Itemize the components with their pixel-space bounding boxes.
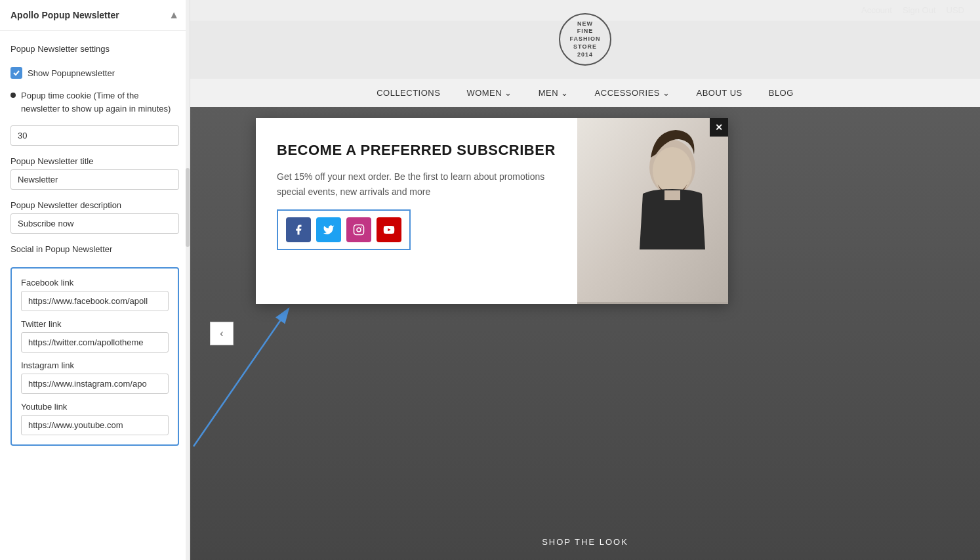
bullet-icon: [10, 93, 16, 98]
youtube-label: Youtube link: [21, 402, 169, 412]
popup-title-input[interactable]: [10, 169, 179, 190]
carousel-prev-button[interactable]: ‹: [210, 322, 234, 345]
svg-point-6: [653, 147, 692, 194]
nav-accessories[interactable]: ACCESSORIES ⌄: [595, 88, 670, 98]
popup-title-label: Popup Newsletter title: [10, 156, 179, 166]
nav-about[interactable]: ABOUT US: [697, 88, 743, 98]
social-section: Facebook link Twitter link Instagram lin…: [10, 267, 179, 446]
show-popup-row: Show Popupnewsletter: [10, 67, 179, 79]
youtube-field: Youtube link: [21, 402, 169, 435]
popup-desc-field: Popup Newsletter description: [10, 200, 179, 234]
settings-section-title: Popup Newsletter settings: [10, 44, 179, 54]
facebook-label: Facebook link: [21, 278, 169, 288]
popup-modal: BECOME A PREFERRED SUBSCRIBER Get 15% of…: [256, 118, 728, 304]
popup-description: Get 15% off your next order. Be the firs…: [277, 169, 556, 199]
popup-youtube-icon[interactable]: [377, 217, 401, 242]
popup-twitter-icon[interactable]: [316, 217, 341, 242]
instagram-field: Instagram link: [21, 360, 169, 394]
collapse-icon[interactable]: ▲: [169, 9, 179, 21]
store-header: NEWFINEFASHIONSTORE2014: [190, 0, 980, 79]
shop-the-look-label: SHOP THE LOOK: [542, 537, 628, 547]
cookie-section: Popup time cookie (Time of the newslette…: [10, 89, 179, 115]
nav-collections[interactable]: COLLECTIONS: [377, 88, 440, 98]
popup-image: [577, 118, 728, 304]
svg-rect-7: [664, 190, 680, 200]
twitter-label: Twitter link: [21, 319, 169, 329]
popup-title-field: Popup Newsletter title: [10, 156, 179, 190]
popup-desc-input[interactable]: [10, 213, 179, 234]
sidebar: Apollo Popup Newsletter ▲ Popup Newslett…: [0, 0, 190, 560]
popup-close-button[interactable]: ✕: [710, 118, 728, 137]
nav-women[interactable]: WOMEN ⌄: [466, 88, 512, 98]
svg-point-1: [357, 228, 361, 232]
store-nav: COLLECTIONS WOMEN ⌄ MEN ⌄ ACCESSORIES ⌄ …: [190, 79, 980, 107]
popup-content: BECOME A PREFERRED SUBSCRIBER Get 15% of…: [256, 118, 577, 304]
popup-title: BECOME A PREFERRED SUBSCRIBER: [277, 142, 556, 159]
sidebar-title: Apollo Popup Newsletter: [10, 10, 119, 20]
subscriber-image: [577, 118, 728, 304]
scrollbar-track: [186, 0, 190, 560]
twitter-input[interactable]: [21, 332, 169, 353]
popup-instagram-icon[interactable]: [346, 217, 371, 242]
social-section-title: Social in Popup Newsletter: [10, 244, 179, 254]
popup-facebook-icon[interactable]: [286, 217, 311, 242]
popup-desc-label: Popup Newsletter description: [10, 200, 179, 210]
svg-point-2: [361, 226, 362, 228]
facebook-input[interactable]: [21, 291, 169, 311]
cookie-input[interactable]: [10, 125, 179, 146]
cookie-label: Popup time cookie (Time of the newslette…: [21, 89, 179, 115]
nav-men[interactable]: MEN ⌄: [539, 88, 569, 98]
scrollbar-thumb[interactable]: [186, 168, 190, 247]
show-popup-label: Show Popupnewsletter: [28, 68, 115, 78]
show-popup-checkbox[interactable]: [10, 67, 22, 79]
instagram-input[interactable]: [21, 374, 169, 394]
sidebar-content: Popup Newsletter settings Show Popupnews…: [0, 31, 190, 459]
popup-social-icons: [277, 209, 411, 250]
main-content: Account Sign Out USD NEWFINEFASHIONSTORE…: [190, 0, 980, 560]
sidebar-header: Apollo Popup Newsletter ▲: [0, 0, 190, 31]
nav-blog[interactable]: BLOG: [769, 88, 794, 98]
instagram-label: Instagram link: [21, 360, 169, 370]
twitter-field: Twitter link: [21, 319, 169, 353]
svg-rect-0: [354, 225, 364, 235]
facebook-field: Facebook link: [21, 278, 169, 311]
store-logo: NEWFINEFASHIONSTORE2014: [559, 13, 611, 66]
youtube-input[interactable]: [21, 415, 169, 435]
